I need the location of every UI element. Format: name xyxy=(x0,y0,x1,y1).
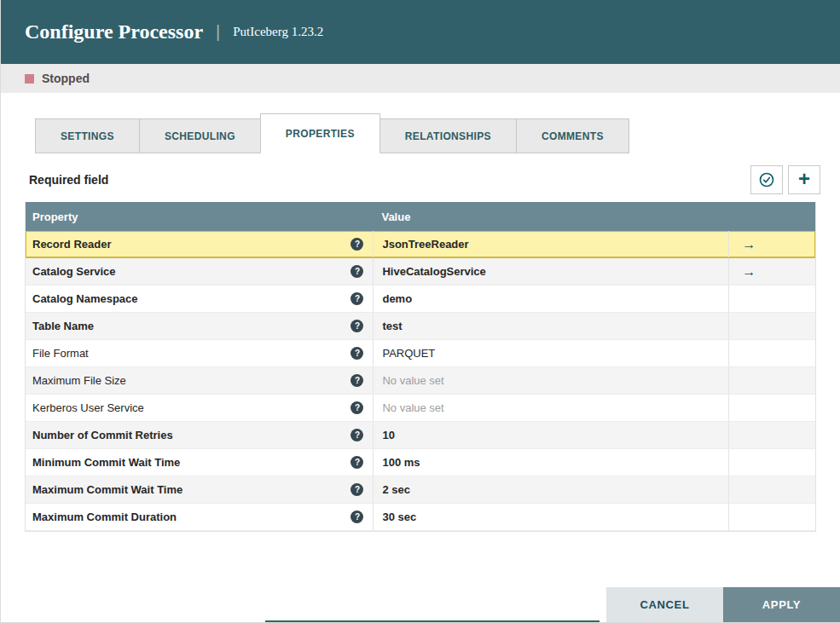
goto-cell[interactable]: → xyxy=(728,258,815,285)
property-value: PARQUET xyxy=(382,347,435,360)
property-name: Record Reader xyxy=(32,238,111,251)
help-icon[interactable]: ? xyxy=(350,483,363,496)
property-row[interactable]: Record Reader?JsonTreeReader→ xyxy=(26,231,815,258)
property-value: No value set xyxy=(382,401,443,414)
tab-scheduling[interactable]: SCHEDULING xyxy=(139,118,261,153)
properties-table-body: Record Reader?JsonTreeReader→Catalog Ser… xyxy=(26,231,815,531)
property-value: 2 sec xyxy=(382,483,410,496)
property-value: No value set xyxy=(382,374,443,387)
property-value-cell[interactable]: 2 sec xyxy=(373,476,728,503)
property-name: Kerberos User Service xyxy=(32,401,144,414)
column-header-property: Property xyxy=(26,211,373,223)
help-icon[interactable]: ? xyxy=(350,292,363,305)
property-value-cell[interactable]: test xyxy=(373,313,728,339)
help-icon[interactable]: ? xyxy=(350,320,363,332)
property-value-cell[interactable]: 100 ms xyxy=(373,449,728,476)
property-name-cell: Maximum Commit Duration? xyxy=(26,504,373,530)
tab-relationships[interactable]: RELATIONSHIPS xyxy=(379,118,517,153)
processor-name-version: PutIceberg 1.23.2 xyxy=(233,25,323,39)
goto-cell xyxy=(728,422,815,448)
goto-cell xyxy=(728,395,815,421)
status-label: Stopped xyxy=(42,72,90,85)
goto-service-arrow-icon[interactable]: → xyxy=(742,265,756,279)
goto-cell xyxy=(728,367,815,394)
status-bar: Stopped xyxy=(1,64,840,93)
property-name-cell: Maximum File Size? xyxy=(26,367,373,394)
bottom-edge-line xyxy=(265,620,600,622)
help-icon[interactable]: ? xyxy=(350,238,363,251)
tab-settings[interactable]: SETTINGS xyxy=(35,118,140,153)
help-icon[interactable]: ? xyxy=(350,265,363,278)
property-name-cell: Number of Commit Retries? xyxy=(26,422,373,448)
property-name-cell: Maximum Commit Wait Time? xyxy=(26,476,373,503)
property-row[interactable]: Kerberos User Service?No value set xyxy=(26,395,815,422)
property-name: Maximum Commit Duration xyxy=(32,511,177,523)
tab-comments[interactable]: COMMENTS xyxy=(516,118,629,153)
property-row[interactable]: Maximum Commit Duration?30 sec xyxy=(26,504,815,531)
property-value-cell[interactable]: JsonTreeReader xyxy=(373,231,728,257)
property-row[interactable]: Catalog Namespace?demo xyxy=(26,286,815,313)
property-row[interactable]: Catalog Service?HiveCatalogService→ xyxy=(26,258,815,286)
help-icon[interactable]: ? xyxy=(350,429,363,441)
footer-buttons: CANCEL APPLY xyxy=(606,587,840,622)
property-value-cell[interactable]: No value set xyxy=(373,395,728,421)
stopped-status-icon xyxy=(25,74,34,84)
configure-processor-dialog: Configure Processor | PutIceberg 1.23.2 … xyxy=(0,0,840,623)
property-name-cell: Kerberos User Service? xyxy=(26,395,373,421)
properties-table: Property Value Record Reader?JsonTreeRea… xyxy=(25,202,816,532)
property-name: Maximum File Size xyxy=(32,374,126,387)
property-name: Maximum Commit Wait Time xyxy=(32,483,182,496)
tab-properties[interactable]: PROPERTIES xyxy=(260,113,380,153)
property-name-cell: Catalog Service? xyxy=(26,258,373,285)
goto-cell xyxy=(728,504,815,530)
add-property-button[interactable]: + xyxy=(788,165,820,194)
required-field-label: Required field xyxy=(29,173,108,187)
property-name: Table Name xyxy=(32,320,94,332)
help-icon[interactable]: ? xyxy=(350,347,363,360)
help-icon[interactable]: ? xyxy=(350,374,363,387)
property-row[interactable]: File Format?PARQUET xyxy=(26,340,815,367)
property-value-cell[interactable]: 10 xyxy=(373,422,728,448)
cancel-button[interactable]: CANCEL xyxy=(606,587,723,622)
property-value-cell[interactable]: PARQUET xyxy=(373,340,728,366)
property-value-cell[interactable]: 30 sec xyxy=(373,504,728,530)
property-value-cell[interactable]: HiveCatalogService xyxy=(373,258,728,285)
goto-cell xyxy=(728,476,815,503)
property-row[interactable]: Maximum File Size?No value set xyxy=(26,367,815,395)
property-value: 10 xyxy=(382,429,394,441)
help-icon[interactable]: ? xyxy=(350,456,363,469)
property-row[interactable]: Table Name?test xyxy=(26,313,815,340)
dialog-title: Configure Processor xyxy=(25,20,203,43)
property-value: 30 sec xyxy=(382,511,416,523)
goto-service-arrow-icon[interactable]: → xyxy=(742,238,756,251)
properties-toolbar: Required field + xyxy=(29,165,820,194)
property-name: Number of Commit Retries xyxy=(32,429,173,441)
goto-cell[interactable]: → xyxy=(728,231,815,257)
property-value: HiveCatalogService xyxy=(382,265,485,278)
goto-cell xyxy=(728,286,815,312)
property-value-cell[interactable]: demo xyxy=(373,286,728,312)
check-circle-icon xyxy=(758,171,775,188)
property-name-cell: Record Reader? xyxy=(26,231,373,257)
table-header-row: Property Value xyxy=(26,202,815,231)
property-name-cell: File Format? xyxy=(26,340,373,366)
tabs: SETTINGSSCHEDULINGPROPERTIESRELATIONSHIP… xyxy=(1,113,840,153)
property-value-cell[interactable]: No value set xyxy=(373,367,728,394)
verify-properties-button[interactable] xyxy=(750,165,783,194)
toolbar-buttons: + xyxy=(750,165,820,194)
property-name-cell: Catalog Namespace? xyxy=(26,286,373,312)
column-header-value: Value xyxy=(373,211,728,223)
goto-cell xyxy=(728,313,815,339)
help-icon[interactable]: ? xyxy=(350,401,363,414)
plus-icon: + xyxy=(798,169,810,189)
property-row[interactable]: Minimum Commit Wait Time?100 ms xyxy=(26,449,815,476)
property-row[interactable]: Maximum Commit Wait Time?2 sec xyxy=(26,476,815,504)
property-value: 100 ms xyxy=(382,456,420,469)
help-icon[interactable]: ? xyxy=(350,511,363,523)
property-name: Minimum Commit Wait Time xyxy=(32,456,180,469)
property-row[interactable]: Number of Commit Retries?10 xyxy=(26,422,815,449)
apply-button[interactable]: APPLY xyxy=(723,587,840,622)
goto-cell xyxy=(728,340,815,366)
title-divider: | xyxy=(216,22,220,42)
goto-cell xyxy=(728,449,815,476)
